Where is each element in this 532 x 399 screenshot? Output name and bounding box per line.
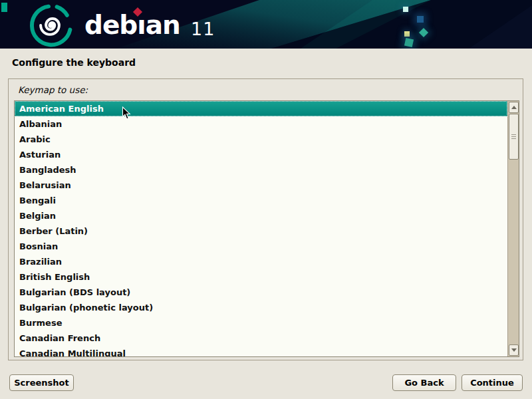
list-item[interactable]: Arabic: [15, 132, 507, 147]
keymap-listbox[interactable]: American EnglishAlbanianArabicAsturianBa…: [14, 100, 519, 357]
confetti-square-teal: [404, 38, 414, 47]
list-item[interactable]: Canadian Multilingual: [15, 346, 507, 356]
brand-version: 11: [191, 18, 215, 41]
list-item[interactable]: British English: [15, 269, 507, 285]
list-item[interactable]: Bangladesh: [15, 162, 507, 178]
brand-wordmark: debıan: [84, 10, 180, 41]
list-item[interactable]: Bengali: [15, 193, 507, 208]
list-item[interactable]: Berber (Latin): [15, 223, 507, 239]
chevron-up-icon: [511, 106, 517, 109]
list-item[interactable]: Canadian French: [15, 331, 507, 346]
list-item[interactable]: Burmese: [15, 315, 507, 331]
confetti-square-yellow: [404, 31, 410, 37]
go-back-button[interactable]: Go Back: [392, 374, 456, 391]
corner-accent-square: [1, 3, 7, 12]
list-item[interactable]: Bosnian: [15, 239, 507, 254]
confetti-square-blue: [417, 16, 424, 23]
scroll-down-button[interactable]: [509, 344, 519, 356]
continue-button[interactable]: Continue: [462, 374, 523, 391]
content-frame: Keymap to use: American EnglishAlbanianA…: [8, 78, 523, 360]
thumb-grip-lines: [511, 134, 516, 140]
scroll-up-button[interactable]: [509, 102, 519, 113]
list-item[interactable]: Brazilian: [15, 254, 507, 269]
list-item[interactable]: Albanian: [15, 116, 507, 132]
list-item[interactable]: American English: [15, 101, 507, 116]
confetti-square-cyan: [403, 7, 408, 12]
page-title: Configure the keyboard: [12, 57, 136, 68]
list-item[interactable]: Asturian: [15, 147, 507, 162]
debian-swirl-icon: [29, 3, 73, 47]
list-item[interactable]: Belgian: [15, 208, 507, 223]
chevron-down-icon: [511, 348, 517, 352]
scrollbar-thumb[interactable]: [509, 114, 519, 160]
list-item[interactable]: Bulgarian (phonetic layout): [15, 300, 507, 315]
list-item[interactable]: Bulgarian (BDS layout): [15, 285, 507, 300]
vertical-scrollbar[interactable]: [507, 101, 519, 356]
keymap-list: American EnglishAlbanianArabicAsturianBa…: [15, 101, 507, 356]
keymap-label: Keymap to use:: [18, 84, 88, 95]
installer-banner: debıan 11: [0, 0, 532, 49]
banner-background-art: [0, 0, 532, 49]
list-item[interactable]: Belarusian: [15, 178, 507, 193]
screenshot-button[interactable]: Screenshot: [9, 374, 74, 391]
